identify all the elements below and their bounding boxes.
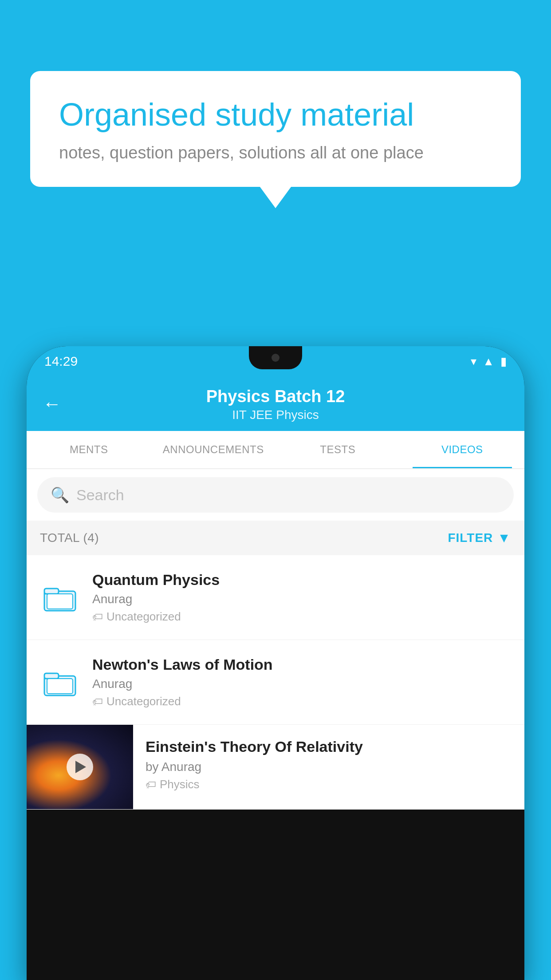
tab-ments[interactable]: MENTS (27, 431, 151, 468)
svg-rect-1 (44, 589, 59, 594)
item-author: Anurag (92, 592, 511, 606)
status-bar: 14:29 ▾ ▲ ▮ (27, 346, 524, 376)
bubble-title: Organised study material (59, 95, 492, 134)
speech-bubble-container: Organised study material notes, question… (30, 71, 521, 187)
tag-icon: 🏷 (92, 611, 103, 623)
total-count: TOTAL (4) (40, 531, 99, 545)
item-title: Quantum Physics (92, 571, 511, 589)
item-author: Anurag (92, 677, 511, 691)
search-placeholder: Search (76, 486, 124, 504)
item-info: Einstein's Theory Of Relativity by Anura… (146, 725, 511, 805)
filter-bar: TOTAL (4) FILTER ▼ (27, 521, 524, 555)
item-tag: 🏷 Uncategorized (92, 695, 511, 708)
status-icons: ▾ ▲ ▮ (471, 355, 507, 368)
item-info: Quantum Physics Anurag 🏷 Uncategorized (92, 571, 511, 624)
signal-icon: ▲ (483, 355, 494, 368)
back-button[interactable]: ← (43, 393, 61, 415)
item-tag: 🏷 Physics (146, 778, 511, 791)
battery-icon: ▮ (500, 355, 507, 368)
tab-tests[interactable]: TESTS (276, 431, 400, 468)
list-item[interactable]: Newton's Laws of Motion Anurag 🏷 Uncateg… (27, 640, 524, 725)
folder-icon (40, 577, 80, 617)
video-list: Quantum Physics Anurag 🏷 Uncategorized N… (27, 555, 524, 810)
svg-rect-2 (47, 594, 73, 609)
wifi-icon: ▾ (471, 355, 476, 368)
item-title: Einstein's Theory Of Relativity (146, 738, 511, 755)
item-info: Newton's Laws of Motion Anurag 🏷 Uncateg… (92, 656, 511, 708)
item-tag: 🏷 Uncategorized (92, 610, 511, 624)
item-author: by Anurag (146, 760, 511, 774)
play-button[interactable] (67, 754, 93, 780)
tabs-container: MENTS ANNOUNCEMENTS TESTS VIDEOS (27, 431, 524, 469)
list-item[interactable]: Quantum Physics Anurag 🏷 Uncategorized (27, 555, 524, 640)
search-container: 🔍 Search (27, 469, 524, 521)
speech-bubble: Organised study material notes, question… (30, 71, 521, 187)
tag-icon: 🏷 (92, 695, 103, 708)
phone-frame: 14:29 ▾ ▲ ▮ ← Physics Batch 12 IIT JEE P… (27, 346, 524, 980)
app-header: ← Physics Batch 12 IIT JEE Physics (27, 376, 524, 431)
thumb-background (27, 725, 133, 809)
svg-rect-5 (47, 679, 73, 694)
tab-videos[interactable]: VIDEOS (400, 431, 525, 468)
header-subtitle: IIT JEE Physics (44, 408, 507, 422)
play-triangle-icon (75, 761, 86, 773)
folder-icon (40, 662, 80, 702)
list-item[interactable]: Einstein's Theory Of Relativity by Anura… (27, 725, 524, 810)
bubble-subtitle: notes, question papers, solutions all at… (59, 143, 492, 162)
item-title: Newton's Laws of Motion (92, 656, 511, 673)
status-time: 14:29 (44, 354, 78, 369)
tab-announcements[interactable]: ANNOUNCEMENTS (151, 431, 276, 468)
header-title: Physics Batch 12 (44, 387, 507, 406)
search-bar[interactable]: 🔍 Search (37, 477, 514, 513)
camera-dot (272, 354, 279, 362)
notch (249, 346, 302, 369)
svg-rect-4 (44, 673, 59, 679)
search-icon: 🔍 (51, 486, 69, 504)
filter-funnel-icon: ▼ (497, 530, 511, 545)
filter-button[interactable]: FILTER ▼ (448, 530, 511, 545)
video-thumbnail (27, 725, 133, 809)
tag-icon: 🏷 (146, 778, 156, 791)
